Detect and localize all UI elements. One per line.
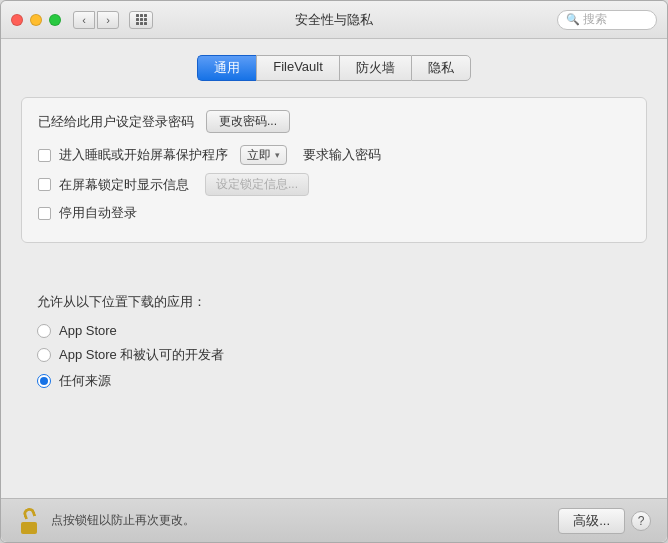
radio-anywhere[interactable] — [37, 374, 51, 388]
dropdown-arrow-icon: ▾ — [275, 150, 280, 160]
back-button[interactable]: ‹ — [73, 11, 95, 29]
password-label: 已经给此用户设定登录密码 — [38, 113, 194, 131]
radio-row-appstore: App Store — [37, 323, 631, 338]
lock-icon[interactable] — [17, 508, 41, 534]
traffic-lights — [11, 14, 61, 26]
tab-filevault[interactable]: FileVault — [256, 55, 339, 81]
lock-body — [21, 522, 37, 534]
sleep-checkbox[interactable] — [38, 149, 51, 162]
radio-row-anywhere: 任何来源 — [37, 372, 631, 390]
tab-firewall[interactable]: 防火墙 — [339, 55, 411, 81]
tab-general[interactable]: 通用 — [197, 55, 256, 81]
auto-login-label: 停用自动登录 — [59, 204, 137, 222]
grid-icon — [136, 14, 147, 25]
bottom-bar: 点按锁钮以防止再次更改。 高级... ? — [1, 498, 667, 542]
sleep-dropdown-value: 立即 — [247, 147, 271, 164]
change-password-button[interactable]: 更改密码... — [206, 110, 290, 133]
tab-privacy[interactable]: 隐私 — [411, 55, 471, 81]
show-info-checkbox[interactable] — [38, 178, 51, 191]
search-placeholder: 搜索 — [583, 11, 607, 28]
radio-appstore-developers[interactable] — [37, 348, 51, 362]
downloads-title: 允许从以下位置下载的应用： — [37, 293, 631, 311]
show-info-label: 在屏幕锁定时显示信息 — [59, 176, 189, 194]
password-section: 已经给此用户设定登录密码 更改密码... 进入睡眠或开始屏幕保护程序 立即 ▾ … — [21, 97, 647, 243]
auto-login-checkbox[interactable] — [38, 207, 51, 220]
auto-login-checkbox-row: 停用自动登录 — [38, 204, 630, 222]
advanced-button[interactable]: 高级... — [558, 508, 625, 534]
downloads-section: 允许从以下位置下载的应用： App Store App Store 和被认可的开… — [21, 283, 647, 414]
window: ‹ › 安全性与隐私 🔍 搜索 通用 FileVault 防火墙 隐私 — [0, 0, 668, 543]
lock-shackle — [22, 506, 37, 520]
window-title: 安全性与隐私 — [295, 11, 373, 29]
search-box[interactable]: 🔍 搜索 — [557, 10, 657, 30]
search-icon: 🔍 — [566, 13, 580, 26]
radio-anywhere-label: 任何来源 — [59, 372, 111, 390]
minimize-button[interactable] — [30, 14, 42, 26]
nav-buttons: ‹ › — [73, 11, 119, 29]
lock-message: 点按锁钮以防止再次更改。 — [51, 512, 195, 529]
radio-appstore-developers-label: App Store 和被认可的开发者 — [59, 346, 224, 364]
radio-appstore[interactable] — [37, 324, 51, 338]
sleep-label: 进入睡眠或开始屏幕保护程序 — [59, 146, 228, 164]
main-sections: 已经给此用户设定登录密码 更改密码... 进入睡眠或开始屏幕保护程序 立即 ▾ … — [21, 97, 647, 498]
sleep-checkbox-row: 进入睡眠或开始屏幕保护程序 立即 ▾ 要求输入密码 — [38, 145, 630, 165]
lock-container: 点按锁钮以防止再次更改。 — [17, 508, 195, 534]
sleep-dropdown[interactable]: 立即 ▾ — [240, 145, 287, 165]
maximize-button[interactable] — [49, 14, 61, 26]
grid-button[interactable] — [129, 11, 153, 29]
show-info-checkbox-row: 在屏幕锁定时显示信息 设定锁定信息... — [38, 173, 630, 196]
titlebar: ‹ › 安全性与隐私 🔍 搜索 — [1, 1, 667, 39]
content-area: 通用 FileVault 防火墙 隐私 已经给此用户设定登录密码 更改密码...… — [1, 39, 667, 498]
close-button[interactable] — [11, 14, 23, 26]
help-button[interactable]: ? — [631, 511, 651, 531]
forward-button[interactable]: › — [97, 11, 119, 29]
tab-bar: 通用 FileVault 防火墙 隐私 — [21, 55, 647, 81]
require-password-label: 要求输入密码 — [303, 146, 381, 164]
password-row: 已经给此用户设定登录密码 更改密码... — [38, 110, 630, 133]
set-lock-info-button: 设定锁定信息... — [205, 173, 309, 196]
radio-row-appstore-developers: App Store 和被认可的开发者 — [37, 346, 631, 364]
radio-appstore-label: App Store — [59, 323, 117, 338]
